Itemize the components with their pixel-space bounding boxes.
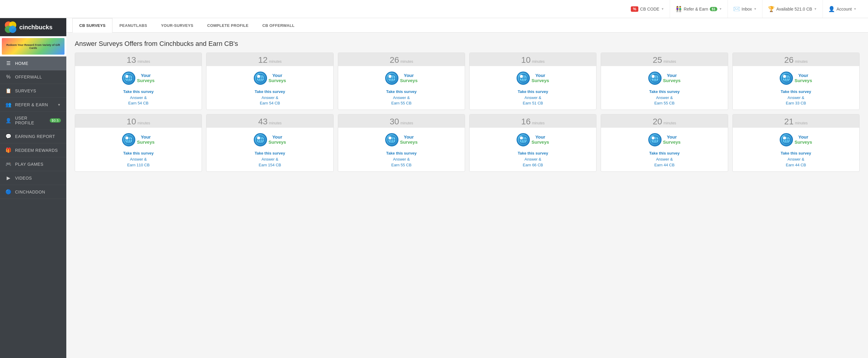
card-minutes-9: 16 xyxy=(521,117,530,126)
survey-card-2[interactable]: 26 minutes YourSurveys xyxy=(338,53,465,110)
survey-card-3[interactable]: 10 minutes YourSurveys xyxy=(469,53,596,110)
available-cb-button[interactable]: 🏆 Available 521.0 CB ▼ xyxy=(763,0,823,18)
card-earn-10: Answer &Earn 44 CB xyxy=(604,157,724,168)
sidebar-item-offerwall[interactable]: %OFFERWALL xyxy=(0,70,66,84)
yoursurveys-logo-1: YourSurveys xyxy=(254,72,286,85)
cb-code-button[interactable]: % CB CODE ▼ xyxy=(625,0,670,18)
videos-icon: ▶ xyxy=(5,175,11,181)
survey-card-9[interactable]: 16 minutes YourSurveys xyxy=(469,114,596,171)
card-earn-6: Answer &Earn 110 CB xyxy=(78,157,198,168)
take-survey-link-0[interactable]: Take this survey xyxy=(78,89,198,94)
card-logo-6: YourSurveys xyxy=(78,131,198,148)
globe-svg-4 xyxy=(650,74,659,83)
sidebar-item-label-refer-earn: REFER & EARN xyxy=(15,102,48,107)
ys-text-1: YourSurveys xyxy=(269,73,286,83)
tab-peanutlabs[interactable]: PEANUTLABS xyxy=(113,18,154,33)
take-survey-link-7[interactable]: Take this survey xyxy=(210,151,330,156)
card-minutes-label-7: minutes xyxy=(269,121,281,125)
yoursurveys-logo-5: YourSurveys xyxy=(780,72,812,85)
card-minutes-label-11: minutes xyxy=(795,121,808,125)
svg-point-23 xyxy=(521,76,523,78)
take-survey-link-9[interactable]: Take this survey xyxy=(472,151,593,156)
sidebar-item-redeem-rewards[interactable]: 🎁REDEEM REWARDS xyxy=(0,143,66,157)
survey-card-6[interactable]: 10 minutes YourSurveys xyxy=(75,114,202,171)
globe-svg-1 xyxy=(256,74,265,83)
take-survey-link-6[interactable]: Take this survey xyxy=(78,151,198,156)
take-survey-link-11[interactable]: Take this survey xyxy=(736,151,856,156)
ys-globe-8 xyxy=(385,133,398,146)
inbox-arrow: ▼ xyxy=(754,7,757,10)
ys-text-7: YourSurveys xyxy=(269,135,286,145)
card-body-8: YourSurveys Take this survey Answer &Ear… xyxy=(338,128,465,171)
sidebar-item-label-cinchaddon: CINCHADDON xyxy=(15,190,45,194)
card-minutes-label-2: minutes xyxy=(401,59,413,64)
survey-card-4[interactable]: 25 minutes YourSurveys xyxy=(601,53,728,110)
sidebar-item-label-offerwall: OFFERWALL xyxy=(15,75,42,79)
survey-card-11[interactable]: 21 minutes YourSurveys xyxy=(733,114,860,171)
yoursurveys-logo-2: YourSurveys xyxy=(385,72,417,85)
survey-card-5[interactable]: 26 minutes YourSurveys xyxy=(733,53,860,110)
card-body-0: YourSurveys Take this survey Answer &Ear… xyxy=(75,66,202,110)
globe-svg-8 xyxy=(387,135,396,144)
card-logo-9: YourSurveys xyxy=(472,131,593,148)
cb-code-arrow: ▼ xyxy=(661,7,664,10)
ys-globe-11 xyxy=(780,133,793,146)
survey-card-0[interactable]: 13 minutes YourSurveys xyxy=(75,53,202,110)
refer-earn-label: Refer & Earn xyxy=(684,7,708,11)
earning-report-icon: 💬 xyxy=(5,133,11,139)
inbox-label: Inbox xyxy=(742,7,752,11)
sidebar-item-home[interactable]: ☰HOME xyxy=(0,56,66,70)
svg-point-13 xyxy=(258,76,260,78)
survey-card-8[interactable]: 30 minutes YourSurveys xyxy=(338,114,465,171)
take-survey-link-2[interactable]: Take this survey xyxy=(341,89,462,94)
sidebar-item-videos[interactable]: ▶VIDEOS xyxy=(0,171,66,185)
take-survey-link-8[interactable]: Take this survey xyxy=(341,151,462,156)
sidebar-item-earning-report[interactable]: 💬EARNING REPORT xyxy=(0,130,66,143)
tab-your-surveys[interactable]: YOUR-SURVEYS xyxy=(154,18,200,33)
sidebar-item-play-games[interactable]: 🎮PLAY GAMES xyxy=(0,157,66,171)
inbox-button[interactable]: ✉️ Inbox ▼ xyxy=(728,0,763,18)
survey-card-1[interactable]: 12 minutes YourSurveys xyxy=(206,53,333,110)
svg-point-63 xyxy=(784,137,786,139)
svg-point-38 xyxy=(126,137,128,139)
tab-cb-offerwall[interactable]: CB OFFERWALL xyxy=(255,18,302,33)
card-body-11: YourSurveys Take this survey Answer &Ear… xyxy=(733,128,859,171)
survey-grid: 13 minutes YourSurveys xyxy=(66,53,868,180)
sidebar-item-cinchaddon[interactable]: 🔵CINCHADDON xyxy=(0,185,66,199)
card-logo-3: YourSurveys xyxy=(472,70,593,86)
ys-text-5: YourSurveys xyxy=(795,73,812,83)
sidebar-item-refer-earn[interactable]: 👥REFER & EARN▼ xyxy=(0,98,66,112)
card-earn-11: Answer &Earn 44 CB xyxy=(736,157,856,168)
sidebar-item-user-profile[interactable]: 👤USER PROFILE$0.5 xyxy=(0,112,66,130)
sidebar: cinchbucks Redeem Your Reward From Varie… xyxy=(0,18,66,358)
tab-complete-profile[interactable]: COMPLETE PROFILE xyxy=(200,18,255,33)
svg-point-8 xyxy=(126,76,128,78)
card-logo-2: YourSurveys xyxy=(341,70,462,86)
take-survey-link-1[interactable]: Take this survey xyxy=(210,89,330,94)
card-body-6: YourSurveys Take this survey Answer &Ear… xyxy=(75,128,202,171)
take-survey-link-10[interactable]: Take this survey xyxy=(604,151,724,156)
take-survey-link-5[interactable]: Take this survey xyxy=(736,89,856,94)
card-logo-1: YourSurveys xyxy=(210,70,330,86)
take-survey-link-3[interactable]: Take this survey xyxy=(472,89,593,94)
sidebar-item-surveys[interactable]: 📋SURVEYS xyxy=(0,84,66,98)
take-survey-link-4[interactable]: Take this survey xyxy=(604,89,724,94)
page-title: Answer Surveys Offers from Cinchbucks an… xyxy=(66,33,868,53)
ys-text-2: YourSurveys xyxy=(400,73,417,83)
account-button[interactable]: 👤 Account ▼ xyxy=(823,0,862,18)
account-label: Account xyxy=(837,7,852,11)
card-minutes-label-0: minutes xyxy=(137,59,150,64)
inbox-icon: ✉️ xyxy=(733,6,740,12)
card-header-9: 16 minutes xyxy=(470,114,596,128)
card-header-11: 21 minutes xyxy=(733,114,859,128)
survey-card-7[interactable]: 43 minutes YourSurveys xyxy=(206,114,333,171)
card-logo-0: YourSurveys xyxy=(78,70,198,86)
refer-earn-icon: 👫 xyxy=(675,6,682,12)
play-games-icon: 🎮 xyxy=(5,161,11,167)
card-earn-5: Answer &Earn 33 CB xyxy=(736,95,856,106)
tab-cb-surveys[interactable]: CB SURVEYS xyxy=(72,18,113,33)
sidebar-arrow-refer-earn: ▼ xyxy=(58,103,61,107)
card-earn-9: Answer &Earn 66 CB xyxy=(472,157,593,168)
survey-card-10[interactable]: 20 minutes YourSurveys xyxy=(601,114,728,171)
refer-earn-button[interactable]: 👫 Refer & Earn $1 ▼ xyxy=(670,0,728,18)
